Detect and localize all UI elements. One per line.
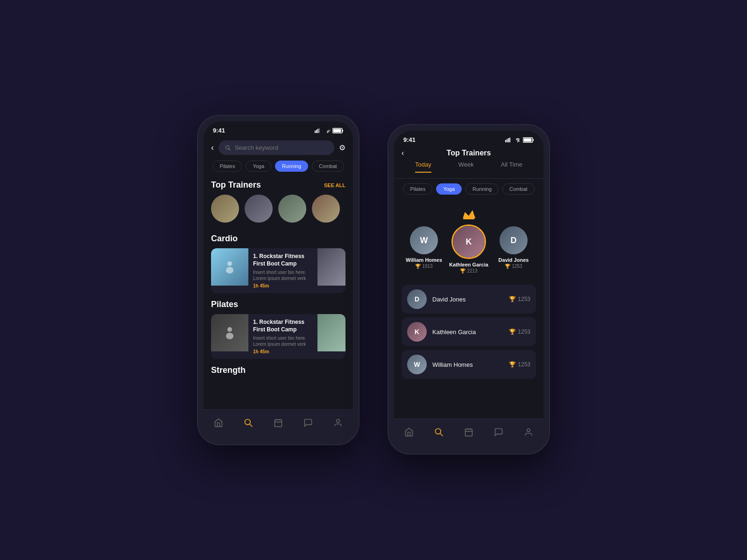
see-all-button[interactable]: SEE ALL xyxy=(324,182,345,188)
tab-week[interactable]: Week xyxy=(458,161,474,173)
strength-header: Strength xyxy=(204,362,353,380)
pill2-pilates[interactable]: Pilates xyxy=(403,183,432,195)
pilates-workout-info: 1. Rockstar Fitness First Boot Camp Inse… xyxy=(248,314,317,359)
calendar-nav-2[interactable] xyxy=(460,424,477,441)
search-input[interactable] xyxy=(235,144,328,151)
back-button-1[interactable]: ‹ xyxy=(211,143,214,153)
category-pills-2: Pilates Yoga Running Combat xyxy=(394,179,543,199)
profile-nav-1[interactable] xyxy=(330,414,346,431)
filter-button[interactable]: ⚙ xyxy=(339,143,345,152)
pill-yoga[interactable]: Yoga xyxy=(246,161,271,172)
svg-point-36 xyxy=(527,429,530,432)
calendar-icon xyxy=(274,418,283,427)
david-name-podium: David Jones xyxy=(499,257,529,263)
phone-2: 9:41 xyxy=(388,124,550,455)
top-trainers-title: Top Trainers xyxy=(211,180,261,190)
wifi-icon xyxy=(324,128,331,133)
screen-1: ‹ ⚙ Pilates Yoga Running Combat xyxy=(204,137,353,435)
svg-rect-7 xyxy=(333,129,341,132)
home-icon-2 xyxy=(404,427,414,437)
lb-william-score-value: 1253 xyxy=(518,361,530,368)
pill-running[interactable]: Running xyxy=(275,161,308,172)
pilates-header: Pilates xyxy=(204,296,353,314)
pilates-workout-card[interactable]: 1. Rockstar Fitness First Boot Camp Inse… xyxy=(211,314,345,359)
david-score-value: 1253 xyxy=(512,264,522,269)
trainer-avatar-2[interactable] xyxy=(245,195,273,223)
trainer-avatar-1[interactable] xyxy=(211,195,239,223)
calendar-nav-1[interactable] xyxy=(270,414,287,431)
svg-point-12 xyxy=(227,327,232,332)
strength-title: Strength xyxy=(211,365,246,375)
crown-icon xyxy=(462,209,475,223)
pilates-workout-time: 1h 45m xyxy=(253,349,313,354)
svg-point-10 xyxy=(227,261,232,266)
lb-william-trophy: 🏆 xyxy=(509,361,516,368)
bottom-nav-2 xyxy=(394,419,543,448)
pill2-yoga[interactable]: Yoga xyxy=(436,183,462,195)
leaderboard-item-0[interactable]: D David Jones 🏆 1253 xyxy=(402,285,536,314)
svg-rect-3 xyxy=(319,128,320,133)
chat-icon-2 xyxy=(494,427,503,437)
david-img: D xyxy=(500,226,528,254)
pill2-running[interactable]: Running xyxy=(465,183,499,195)
status-time-2: 9:41 xyxy=(403,136,416,143)
david-score-podium: 🏆 1253 xyxy=(505,264,522,269)
lb-kathleen-score-value: 1253 xyxy=(518,329,530,335)
trainer-avatar-3[interactable] xyxy=(278,195,306,223)
trainer-3-img xyxy=(278,195,306,223)
svg-line-15 xyxy=(250,424,253,427)
trainer-1-img xyxy=(211,195,239,223)
pilates-workout-img-left xyxy=(211,314,248,351)
battery-icon xyxy=(332,128,344,133)
trainer-2-img xyxy=(245,195,273,223)
leaderboard-item-2[interactable]: W William Homes 🏆 1253 xyxy=(402,350,536,379)
tab-today[interactable]: Today xyxy=(415,161,431,173)
home-nav-2[interactable] xyxy=(401,424,417,441)
calendar-icon-2 xyxy=(464,427,473,437)
pilates-title: Pilates xyxy=(211,300,238,309)
leaderboard-item-1[interactable]: K Kathleen Garcia 🏆 1253 xyxy=(402,317,536,346)
phone-1: 9:41 xyxy=(197,115,359,445)
category-pills-1: Pilates Yoga Running Combat xyxy=(204,159,353,176)
lb-david-score-value: 1253 xyxy=(518,296,530,302)
lb-kathleen-trophy: 🏆 xyxy=(509,329,516,335)
william-avatar-podium[interactable]: W xyxy=(410,226,438,254)
lb-william-img: W xyxy=(407,355,427,374)
search-icon xyxy=(225,145,231,151)
back-button-2[interactable]: ‹ xyxy=(402,149,404,157)
search-container: ‹ ⚙ xyxy=(204,137,353,159)
william-score-podium: 🏆 1913 xyxy=(415,264,432,269)
search-nav-1[interactable] xyxy=(240,414,257,431)
kathleen-score-value: 2213 xyxy=(467,268,477,273)
svg-rect-29 xyxy=(463,218,474,219)
chat-nav-1[interactable] xyxy=(300,414,317,431)
profile-nav-2[interactable] xyxy=(520,424,537,441)
pill2-combat[interactable]: Combat xyxy=(502,183,535,195)
william-score-value: 1913 xyxy=(422,264,432,269)
cardio-workout-card[interactable]: 1. Rockstar Fitness First Boot Camp Inse… xyxy=(211,248,345,293)
cardio-title: Cardio xyxy=(211,234,238,244)
kathleen-avatar-podium[interactable]: K xyxy=(451,224,486,259)
cardio-header: Cardio xyxy=(204,230,353,248)
david-avatar-podium[interactable]: D xyxy=(500,226,528,254)
tab-all-time[interactable]: All Time xyxy=(501,161,522,173)
svg-point-30 xyxy=(436,429,441,434)
home-nav-1[interactable] xyxy=(210,414,227,431)
leaderboard-list: D David Jones 🏆 1253 K Kathleen Garcia 🏆 xyxy=(394,281,543,386)
trainer-avatar-4[interactable] xyxy=(312,195,340,223)
signal-icon xyxy=(315,128,322,133)
kathleen-trophy: 🏆 xyxy=(460,268,465,273)
search-nav-2[interactable] xyxy=(430,424,447,441)
cardio-workout-time: 1h 45m xyxy=(253,283,313,288)
pill-pilates[interactable]: Pilates xyxy=(212,161,242,172)
person-icon xyxy=(223,260,237,274)
chat-nav-2[interactable] xyxy=(490,424,507,441)
svg-rect-21 xyxy=(505,140,506,142)
svg-rect-23 xyxy=(508,138,509,142)
william-img: W xyxy=(410,226,438,254)
search-bar[interactable] xyxy=(218,140,334,155)
lb-kathleen-img: K xyxy=(407,322,427,342)
lb-william-avatar: W xyxy=(407,355,427,374)
search-nav-icon xyxy=(244,418,253,427)
pill-combat[interactable]: Combat xyxy=(312,161,344,172)
